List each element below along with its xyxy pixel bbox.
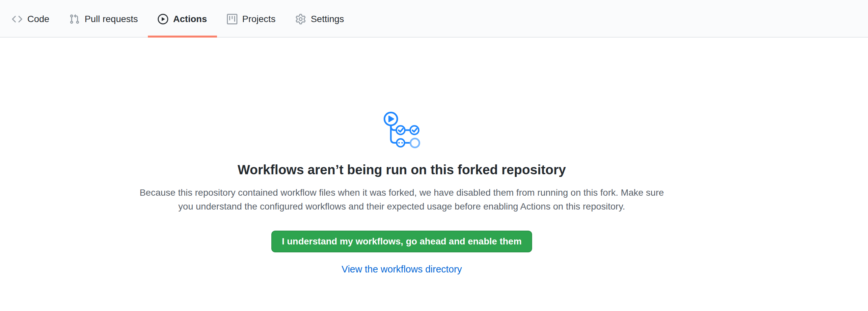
tab-code[interactable]: Code (2, 0, 59, 37)
tab-actions[interactable]: Actions (148, 0, 217, 37)
repo-nav: Code Pull requests Actions Projects Sett… (0, 0, 868, 37)
tab-label: Actions (173, 14, 207, 24)
view-workflows-directory-link[interactable]: View the workflows directory (341, 264, 462, 274)
gear-icon (296, 14, 306, 24)
tab-projects[interactable]: Projects (217, 0, 285, 37)
tab-label: Pull requests (85, 14, 138, 24)
enable-workflows-button[interactable]: I understand my workflows, go ahead and … (271, 230, 532, 252)
play-circle-icon (158, 14, 168, 24)
tab-pull-requests[interactable]: Pull requests (59, 0, 148, 37)
code-icon (12, 14, 22, 24)
workflow-graph-icon (383, 111, 420, 148)
blankslate-description: Because this repository contained workfl… (135, 186, 669, 214)
actions-blankslate: Workflows aren’t being run on this forke… (0, 37, 803, 274)
git-pull-request-icon (69, 14, 80, 24)
tab-settings[interactable]: Settings (285, 0, 354, 37)
blankslate-title: Workflows aren’t being run on this forke… (238, 161, 566, 178)
workflows-directory-link-row: View the workflows directory (341, 264, 462, 274)
tab-label: Settings (311, 14, 344, 24)
tab-label: Code (27, 14, 50, 24)
tab-label: Projects (242, 14, 276, 24)
project-board-icon (227, 14, 238, 24)
